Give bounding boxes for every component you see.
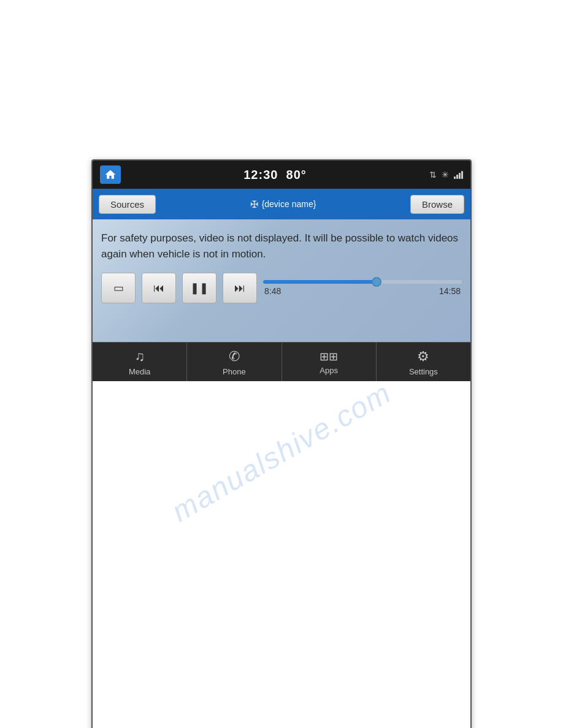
progress-area[interactable]: 8:48 14:58 [263, 280, 462, 296]
playback-controls: ▭ ⏮ ❚❚ ⏭ 8:48 1 [101, 273, 462, 303]
pause-icon: ❚❚ [190, 281, 209, 295]
next-icon: ⏭ [234, 282, 245, 295]
nav-media[interactable]: ♫ Media [93, 343, 187, 381]
transfer-icon: ⇅ [429, 170, 437, 180]
settings-label: Settings [409, 367, 438, 376]
browse-button[interactable]: Browse [410, 195, 464, 214]
main-content: For safety purposes, video is not displa… [93, 219, 470, 342]
nav-bar: Sources ✠ {device name} Browse [93, 189, 470, 219]
nav-settings[interactable]: ⚙ Settings [377, 343, 470, 381]
current-time: 8:48 [264, 286, 281, 296]
device-name-label: {device name} [262, 199, 316, 209]
progress-thumb [372, 277, 381, 287]
bottom-nav: ♫ Media ✆ Phone ⊞⊞ Apps ⚙ Settings [93, 342, 470, 381]
total-time: 14:58 [439, 286, 461, 296]
next-button[interactable]: ⏭ [223, 273, 257, 303]
safety-message: For safety purposes, video is not displa… [101, 230, 462, 262]
home-button[interactable] [100, 165, 121, 184]
prev-icon: ⏮ [153, 282, 164, 295]
status-bar: 12:30 80° ⇅ ✳ [93, 161, 470, 189]
progress-track[interactable] [263, 280, 462, 284]
bluetooth-icon: ✳ [442, 170, 449, 180]
device-name-area: ✠ {device name} [161, 199, 405, 210]
screen-button[interactable]: ▭ [101, 273, 136, 303]
media-label: Media [129, 367, 150, 376]
nav-apps[interactable]: ⊞⊞ Apps [282, 343, 377, 381]
phone-icon: ✆ [229, 349, 240, 365]
device-frame: 12:30 80° ⇅ ✳ Sources ✠ {device name} Br… [91, 159, 472, 728]
screen-icon: ▭ [113, 281, 124, 295]
previous-button[interactable]: ⏮ [142, 273, 176, 303]
pause-button[interactable]: ❚❚ [182, 273, 216, 303]
status-time: 12:30 80° [243, 168, 307, 182]
nav-phone[interactable]: ✆ Phone [187, 343, 282, 381]
usb-icon: ✠ [250, 199, 258, 210]
status-icons: ⇅ ✳ [429, 170, 463, 180]
time-labels: 8:48 14:58 [263, 286, 462, 296]
media-icon: ♫ [134, 349, 145, 365]
apps-label: Apps [320, 366, 338, 375]
phone-label: Phone [223, 367, 246, 376]
home-icon [104, 169, 117, 181]
sources-button[interactable]: Sources [99, 195, 156, 214]
settings-icon: ⚙ [417, 349, 429, 365]
signal-icon [454, 170, 463, 179]
apps-icon: ⊞⊞ [320, 350, 338, 363]
progress-fill [263, 280, 377, 284]
